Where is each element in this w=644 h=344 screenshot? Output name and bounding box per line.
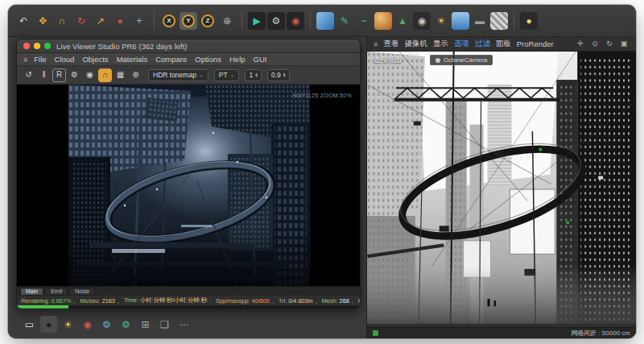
focus-picker-icon[interactable]: ⊕ xyxy=(129,68,142,82)
interactive-render-button-glyph: ◉ xyxy=(291,16,299,26)
camera-label: OctaneCamera xyxy=(444,56,487,64)
pen-tool-icon[interactable]: ✎ xyxy=(336,12,353,30)
material-icon[interactable] xyxy=(490,12,508,30)
vp-menu-filter[interactable]: 过滤 xyxy=(475,39,490,49)
close-button[interactable] xyxy=(23,43,30,49)
axis-x-button[interactable]: X xyxy=(160,12,178,30)
node-editor-icon[interactable]: ⚙ xyxy=(118,316,134,333)
axis-y-button[interactable]: Y xyxy=(180,12,197,30)
status-tri: Tri:0/4.803m xyxy=(279,297,317,305)
add-object-icon[interactable]: + xyxy=(130,12,148,30)
pause-render-icon-glyph: ‖ xyxy=(42,71,45,79)
picture-viewer-icon[interactable]: ▦ xyxy=(114,68,127,82)
vp-menu-view[interactable]: 查看 xyxy=(383,39,398,49)
exposure-field[interactable]: 0.9 ▴▾ xyxy=(267,69,290,81)
lv-menu-objects[interactable]: Objects xyxy=(82,55,108,64)
camera-sync-icon[interactable]: ◉ xyxy=(83,68,97,82)
layout-panel-icon[interactable]: ▭ xyxy=(21,316,38,333)
stepper-down-icon[interactable]: ▾ xyxy=(283,75,286,77)
status-spp-value: 40/600 xyxy=(252,297,270,305)
layers-icon[interactable]: ❏ xyxy=(156,316,173,333)
vp-zoom-icon[interactable]: ⊙ xyxy=(589,39,601,50)
magnet-tool-icon[interactable]: ∩ xyxy=(53,12,71,30)
lv-menu-materials[interactable]: Materials xyxy=(117,55,148,64)
render-view-button[interactable]: ▶ xyxy=(248,12,266,30)
tab-emit[interactable]: Emit xyxy=(45,288,68,296)
scale-tool-icon[interactable]: ↗ xyxy=(92,12,109,30)
view-label[interactable]: 透视视图 xyxy=(373,55,402,65)
viewport-render-image[interactable] xyxy=(367,52,636,327)
samples-stepper[interactable]: ▴▾ xyxy=(255,73,258,78)
camera-object-icon[interactable]: ◉ xyxy=(413,12,431,30)
status-time: Time:小时:分钟:秒/小时:分钟:秒 xyxy=(124,296,211,305)
camera-selector[interactable]: OctaneCamera xyxy=(430,55,493,65)
coordinate-system-icon[interactable]: ⊕ xyxy=(218,12,236,30)
material-ball-icon[interactable]: ● xyxy=(40,316,57,333)
tonemap-dropdown[interactable]: HDR tonemap ⌄ xyxy=(148,69,208,81)
interactive-render-button[interactable]: ◉ xyxy=(287,12,304,30)
vp-maximize-icon[interactable]: ▣ xyxy=(618,39,630,50)
lv-menu-cloud[interactable]: Cloud xyxy=(55,55,75,64)
lv-menu-help[interactable]: Help xyxy=(229,55,246,64)
lock-resolution-icon[interactable]: ∩ xyxy=(98,68,112,82)
tonemap-value: HDR tonemap xyxy=(153,71,196,79)
kernel-dropdown[interactable]: PT ⌄ xyxy=(214,69,240,81)
lv-menu-gui[interactable]: GUI xyxy=(254,55,267,64)
sun-light-icon[interactable]: ☀ xyxy=(60,316,76,333)
render-zoom-info: 900*1125 ZOOM:50% xyxy=(293,93,352,98)
minimize-button[interactable] xyxy=(34,43,40,49)
cube-primitive-icon[interactable] xyxy=(316,12,334,30)
rotate-tool-icon-glyph: ↻ xyxy=(77,16,85,26)
sky-object-icon[interactable] xyxy=(452,12,469,30)
vp-menu-options[interactable]: 选项 xyxy=(454,39,469,49)
selection-tool-icon[interactable]: ● xyxy=(111,12,129,30)
vp-menu-cameras[interactable]: 摄像机 xyxy=(404,39,427,49)
light-object-icon[interactable]: ☀ xyxy=(432,12,450,30)
move-tool-icon[interactable]: ✥ xyxy=(34,12,52,30)
undo-icon[interactable]: ↶ xyxy=(14,12,32,30)
settings-icon[interactable]: ⚙ xyxy=(68,68,81,82)
floor-object-icon[interactable]: ▬ xyxy=(471,12,489,30)
exposure-stepper[interactable]: ▴▾ xyxy=(283,73,286,78)
light-bulb-icon[interactable]: ● xyxy=(520,12,538,30)
vp-menu-panel[interactable]: 面板 xyxy=(496,39,511,49)
restart-render-icon[interactable]: ↺ xyxy=(22,68,35,82)
objects-grid-icon[interactable]: ⊞ xyxy=(137,316,154,333)
node-editor-icon-glyph: ⚙ xyxy=(122,320,130,329)
render-settings-button-glyph: ⚙ xyxy=(272,16,281,26)
spline-tool-icon[interactable]: ~ xyxy=(355,12,373,30)
lv-menu-file[interactable]: File xyxy=(34,55,46,64)
vp-menu-display[interactable]: 显示 xyxy=(433,39,448,49)
tab-main[interactable]: Main xyxy=(20,288,43,296)
zoom-button[interactable] xyxy=(44,43,51,49)
render-settings-button[interactable]: ⚙ xyxy=(267,12,285,30)
viewport-canvas[interactable]: 透视视图 OctaneCamera xyxy=(367,52,636,327)
stepper-down-icon[interactable]: ▾ xyxy=(255,75,258,77)
lv-menu-compare[interactable]: Compare xyxy=(155,55,187,64)
render-area[interactable]: 900*1125 ZOOM:50% xyxy=(17,85,360,286)
octane-settings-icon[interactable]: ⚙ xyxy=(98,316,115,333)
rotate-tool-icon[interactable]: ↻ xyxy=(72,12,90,30)
window-title: Live Viewer Studio PR6 (362 days left) xyxy=(56,42,187,51)
samples-field[interactable]: 1 ▴▾ xyxy=(245,69,262,81)
more-icon[interactable]: ⋯ xyxy=(175,316,192,333)
octane-camera-icon[interactable]: ◉ xyxy=(79,316,96,333)
bottom-toolbar: ▭●☀◉⚙⚙⊞❏⋯ xyxy=(21,316,192,333)
live-render-image[interactable] xyxy=(68,85,310,286)
axis-z-button[interactable]: Z xyxy=(199,12,217,30)
focus-picker-icon-glyph: ⊕ xyxy=(132,71,138,79)
lv-menu-icon[interactable]: ≡ xyxy=(23,56,27,64)
vp-pan-icon[interactable]: ✛ xyxy=(575,39,586,50)
pause-render-icon[interactable]: ‖ xyxy=(37,68,51,82)
tab-noise[interactable]: Noise xyxy=(69,288,95,296)
sphere-primitive-icon[interactable] xyxy=(374,12,392,30)
vp-menu-icon[interactable]: ≡ xyxy=(374,40,378,48)
region-render-button[interactable]: R xyxy=(52,68,66,82)
lv-menu-options[interactable]: Options xyxy=(195,55,221,64)
live-viewer-titlebar[interactable]: Live Viewer Studio PR6 (362 days left) xyxy=(17,39,360,53)
vp-rotate-icon[interactable]: ↻ xyxy=(604,39,615,50)
landscape-icon[interactable]: ▲ xyxy=(394,12,411,30)
vp-menu-prorender[interactable]: ProRender xyxy=(517,39,554,48)
scale-tool-icon-glyph: ↗ xyxy=(97,16,105,26)
status-ms-sec-value: 2163 xyxy=(102,297,115,305)
